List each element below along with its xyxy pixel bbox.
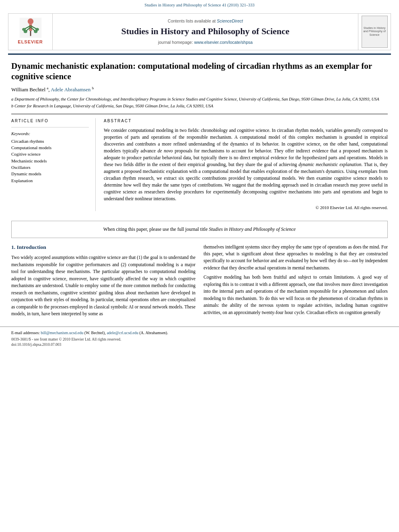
svg-point-11 <box>34 30 37 33</box>
keyword-oscillators: Oscillators <box>11 164 89 170</box>
main-left-column: 1. Introduction Two widely accepted assu… <box>11 244 195 320</box>
footer-issn-line: 0039-3681/$ - see front matter © 2010 El… <box>11 337 388 348</box>
sciencedirect-link[interactable]: ScienceDirect <box>217 18 243 23</box>
journal-thumbnail-area: Studies in History and Philosophy of Sci… <box>358 14 391 50</box>
abstract-text: We consider computational modeling in tw… <box>104 127 388 202</box>
sciencedirect-line: Contents lists available at ScienceDirec… <box>168 18 243 24</box>
elsevier-tree-icon <box>19 18 43 38</box>
intro-left-para1: Two widely accepted assumptions within c… <box>11 254 195 317</box>
journal-header-center: Contents lists available at ScienceDirec… <box>53 14 358 50</box>
keywords-list: Circadian rhythms Computational models C… <box>11 138 89 184</box>
elsevier-brand-text: ELSEVIER <box>18 39 43 45</box>
homepage-url[interactable]: www.elsevier.com/locate/shpsa <box>194 40 253 45</box>
article-info-column: ARTICLE INFO Keywords: Circadian rhythms… <box>11 118 96 211</box>
keyword-computational: Computational models <box>11 145 89 151</box>
article-footer: E-mail addresses: bill@mechanism.ucsd.ed… <box>0 327 399 350</box>
article-authors: William Bechtel a, Adele Abrahamsen b <box>11 86 388 94</box>
top-ref-bar: Studies in History and Philosophy of Sci… <box>0 0 399 10</box>
journal-header: ELSEVIER Contents lists available at Sci… <box>8 13 391 50</box>
keyword-dynamic: Dynamic models <box>11 171 89 177</box>
email1-link[interactable]: bill@mechanism.ucsd.edu <box>41 331 83 335</box>
page-container: Studies in History and Philosophy of Sci… <box>0 0 399 350</box>
intro-right-para1: themselves intelligent systems since the… <box>204 244 388 272</box>
main-content: 1. Introduction Two widely accepted assu… <box>0 244 399 320</box>
keyword-cognitive: Cogitive science <box>11 151 89 157</box>
abstract-column: ABSTRACT We consider computational model… <box>96 118 388 211</box>
affiliation-a: a Department of Philosophy, the Center f… <box>11 96 388 102</box>
svg-point-9 <box>23 30 27 33</box>
citation-text: When citing this paper, please use the f… <box>103 226 208 232</box>
journal-homepage: journal homepage: www.elsevier.com/locat… <box>158 39 253 45</box>
often-word: often <box>150 297 160 302</box>
author-william: William Bechtel <box>11 87 47 93</box>
affiliations: a Department of Philosophy, the Center f… <box>11 96 388 109</box>
main-right-column: themselves intelligent systems since the… <box>204 244 388 320</box>
footer-email-line: E-mail addresses: bill@mechanism.ucsd.ed… <box>11 330 388 336</box>
email2-link[interactable]: adele@crl.ucsd.edu <box>107 331 138 335</box>
article-info-heading: ARTICLE INFO <box>11 118 89 124</box>
elsevier-logo: ELSEVIER <box>18 18 43 45</box>
journal-ref-text: Studies in History and Philosophy of Sci… <box>144 3 254 7</box>
introduction-heading: 1. Introduction <box>11 244 195 251</box>
email1-name: (W. Bechtel), <box>84 331 106 335</box>
svg-point-1 <box>27 18 33 25</box>
article-info-divider <box>11 127 89 127</box>
article-title: Dynamic mechanistic explanation: computa… <box>11 61 388 82</box>
copyright-line: © 2010 Elsevier Ltd. All rights reserved… <box>104 205 388 211</box>
citation-journal-title: Studies in History and Philosophy of Sci… <box>209 226 296 232</box>
keywords-label: Keywords: <box>11 131 89 137</box>
article-body: Dynamic mechanistic explanation: computa… <box>0 55 399 215</box>
elsevier-logo-area: ELSEVIER <box>8 14 53 50</box>
article-info-abstract-section: ARTICLE INFO Keywords: Circadian rhythms… <box>11 114 388 211</box>
keyword-mechanistic: Mechanistic models <box>11 158 89 164</box>
doi-text: doi:10.1016/j.shpsa.2010.07.003 <box>11 343 61 347</box>
intro-right-para2: Cognitive modeling has both been fruitfu… <box>204 274 388 316</box>
keyword-circadian: Circadian rhythms <box>11 138 89 144</box>
affiliation-b: b Center for Research in Language, Unive… <box>11 103 388 109</box>
citation-box: When citing this paper, please use the f… <box>11 221 388 238</box>
email-label: E-mail addresses: <box>11 331 40 335</box>
author-sup-b: b <box>92 86 94 90</box>
journal-thumbnail: Studies in History and Philosophy of Sci… <box>362 16 388 48</box>
author-adele[interactable]: Adele Abrahamsen <box>51 87 90 93</box>
issn-text: 0039-3681/$ - see front matter © 2010 El… <box>11 337 121 341</box>
keyword-explanation: Explanation <box>11 178 89 184</box>
email2-name: (A. Abrahamsen). <box>140 331 168 335</box>
journal-title: Studies in History and Philosophy of Sci… <box>121 26 289 37</box>
abstract-heading: ABSTRACT <box>104 118 388 124</box>
